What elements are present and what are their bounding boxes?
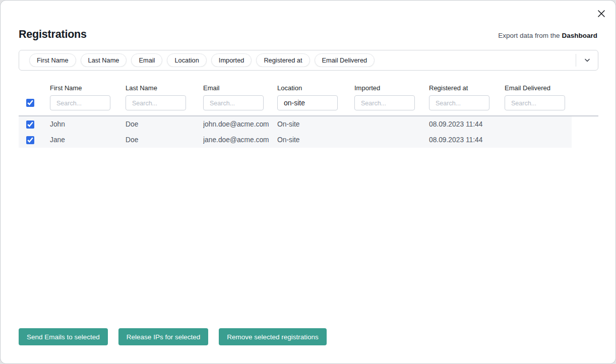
imported-filter-input[interactable] (354, 95, 415, 110)
filter-pill-imported[interactable]: Imported (211, 53, 252, 67)
filter-pill-first-name[interactable]: First Name (29, 53, 76, 67)
column-header-email-delivered: Email Delivered (505, 84, 598, 110)
filter-collapse-button[interactable] (576, 50, 598, 70)
cell-location: On-site (277, 120, 354, 128)
filter-pill-location[interactable]: Location (167, 53, 206, 67)
first-name-filter-input[interactable] (50, 95, 110, 110)
column-label: First Name (50, 84, 126, 92)
filter-bar-right (576, 50, 598, 70)
column-label: Imported (354, 84, 429, 92)
cell-first-name: John (50, 120, 126, 128)
row-checkbox[interactable] (26, 136, 34, 144)
table-body: JohnDoejohn.doe@acme.comOn-site08.09.202… (19, 116, 598, 148)
email-delivered-filter-input[interactable] (505, 95, 565, 110)
cell-last-name: Doe (126, 136, 203, 144)
column-label: Email Delivered (505, 84, 598, 92)
filter-pill-list: First NameLast NameEmailLocationImported… (19, 53, 576, 67)
select-all-checkbox[interactable] (26, 99, 34, 107)
column-header-location: Location (277, 84, 354, 110)
page-title: Registrations (19, 27, 87, 42)
dashboard-link[interactable]: Dashboard (562, 32, 597, 39)
registered-at-filter-input[interactable] (429, 95, 489, 110)
column-header-first-name: First Name (50, 84, 126, 110)
last-name-filter-input[interactable] (126, 95, 186, 110)
table-row: JohnDoejohn.doe@acme.comOn-site08.09.202… (19, 116, 572, 132)
chevron-down-icon (584, 58, 590, 63)
cell-registered-at: 08.09.2023 11:44 (429, 120, 505, 128)
column-label: Last Name (126, 84, 203, 92)
row-checkbox[interactable] (26, 120, 34, 129)
column-label: Location (277, 84, 354, 92)
filter-bar: First NameLast NameEmailLocationImported… (19, 50, 598, 71)
cell-location: On-site (277, 136, 354, 144)
cell-email: jane.doe@acme.com (203, 136, 277, 144)
release-ips-for-selected-button[interactable]: Release IPs for selected (118, 328, 208, 345)
registrations-modal: Registrations Export data from theDashbo… (0, 0, 616, 364)
column-label: Registered at (429, 84, 505, 92)
table-header: First NameLast NameEmailLocationImported… (19, 84, 598, 116)
cell-email: john.doe@acme.com (203, 120, 277, 128)
cell-last-name: Doe (126, 120, 203, 128)
bulk-actions: Send Emails to selectedRelease IPs for s… (19, 328, 327, 345)
row-select-cell (19, 120, 50, 129)
cell-first-name: Jane (50, 136, 126, 144)
column-header-last-name: Last Name (126, 84, 203, 110)
column-header-imported: Imported (354, 84, 429, 110)
column-header-email: Email (203, 84, 277, 110)
export-hint-text: Export data from the (498, 32, 560, 39)
table-row: JaneDoejane.doe@acme.comOn-site08.09.202… (19, 132, 572, 148)
close-button[interactable] (595, 7, 608, 20)
filter-pill-email-delivered[interactable]: Email Delivered (315, 53, 375, 67)
filter-pill-email[interactable]: Email (131, 53, 162, 67)
remove-selected-registrations-button[interactable]: Remove selected registrations (219, 328, 327, 345)
row-select-cell (19, 136, 50, 144)
filter-pill-registered-at[interactable]: Registered at (256, 53, 310, 67)
cell-registered-at: 08.09.2023 11:44 (429, 136, 505, 144)
select-all-cell (19, 84, 50, 110)
registrations-table: First NameLast NameEmailLocationImported… (19, 84, 598, 148)
header: Registrations Export data from theDashbo… (19, 27, 597, 42)
column-header-registered-at: Registered at (429, 84, 505, 110)
location-filter-input[interactable] (277, 95, 338, 110)
export-hint: Export data from theDashboard (498, 31, 597, 41)
send-emails-to-selected-button[interactable]: Send Emails to selected (19, 328, 108, 345)
filter-pill-last-name[interactable]: Last Name (81, 53, 127, 67)
email-filter-input[interactable] (203, 95, 264, 110)
close-icon (597, 9, 606, 18)
column-label: Email (203, 84, 277, 92)
